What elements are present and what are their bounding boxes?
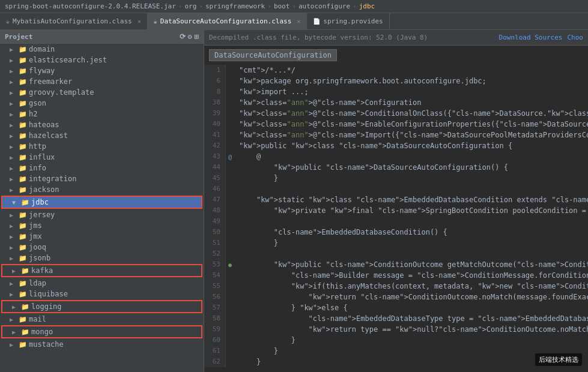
tree-container: ▶📁domain▶📁elasticsearch.jest▶📁flyway▶📁fr… [0, 44, 204, 350]
line-marker-40 [226, 119, 234, 130]
tree-arrow-h2[interactable]: ▶ [10, 111, 17, 118]
tree-arrow-ldap[interactable]: ▶ [10, 280, 17, 287]
sidebar-item-jmx[interactable]: ▶📁jmx [0, 231, 204, 242]
sidebar-item-freemarker[interactable]: ▶📁freemarker [0, 76, 204, 87]
line-marker-6 [226, 76, 234, 86]
tree-arrow-domain[interactable]: ▶ [10, 46, 17, 53]
tree-arrow-hateoas[interactable]: ▶ [10, 122, 17, 128]
breadcrumb-sep-0: › [178, 2, 183, 10]
code-line-58: 58 "cls-name">EmbeddedDatabaseType type … [204, 313, 588, 324]
breadcrumb-item-3[interactable]: boot [274, 2, 290, 10]
sidebar-item-jersey[interactable]: ▶📁jersey [0, 209, 204, 220]
tree-arrow-jackson[interactable]: ▶ [10, 187, 17, 193]
sidebar-item-elasticsearch-jest[interactable]: ▶📁elasticsearch.jest [0, 55, 204, 65]
tree-arrow-groovy-template[interactable]: ▶ [10, 89, 17, 96]
tree-arrow-elasticsearch-jest[interactable]: ▶ [10, 57, 17, 64]
tree-arrow-jooq[interactable]: ▶ [10, 244, 17, 251]
code-line-54: 54 "cls-name">Builder message = "cls-nam… [204, 270, 588, 281]
sidebar-item-jdbc[interactable]: ▼📁jdbc [2, 197, 201, 208]
tree-arrow-jsonb[interactable]: ▶ [10, 255, 17, 262]
tree-arrow-influx[interactable]: ▶ [10, 154, 17, 161]
tab-mybatis-label: MybatisAutoConfiguration.class [13, 17, 132, 25]
tree-label-kafka: kafka [31, 266, 201, 275]
breadcrumb-item-1[interactable]: org [184, 2, 196, 10]
tree-arrow-hazelcast[interactable]: ▶ [10, 133, 17, 139]
sidebar-item-mongo[interactable]: ▶📁mongo [2, 326, 201, 337]
tree-label-http: http [29, 142, 204, 151]
tree-label-domain: domain [29, 45, 204, 53]
tree-arrow-info[interactable]: ▶ [10, 165, 17, 172]
sidebar-item-groovy-template[interactable]: ▶📁groovy.template [0, 87, 204, 98]
breadcrumb-item-4[interactable]: autoconfigure [299, 2, 350, 10]
tree-arrow-integration[interactable]: ▶ [10, 176, 17, 182]
tab-datasource[interactable]: ☕ DataSourceAutoConfiguration.class ✕ [148, 13, 308, 29]
tree-arrow-logging[interactable]: ▶ [12, 304, 19, 310]
sidebar-item-domain[interactable]: ▶📁domain [0, 44, 204, 55]
sidebar-item-hazelcast[interactable]: ▶📁hazelcast [0, 130, 204, 141]
tab-mybatis[interactable]: ☕ MybatisAutoConfiguration.class ✕ [0, 13, 148, 29]
line-number-54: 54 [204, 270, 226, 281]
tree-arrow-http[interactable]: ▶ [10, 143, 17, 150]
sidebar-item-jooq[interactable]: ▶📁jooq [0, 242, 204, 253]
sidebar-item-mail[interactable]: ▶📁mail [0, 314, 204, 325]
tree-arrow-jersey[interactable]: ▶ [10, 212, 17, 218]
tree-arrow-jms[interactable]: ▶ [10, 223, 17, 229]
sidebar-item-logging[interactable]: ▶📁logging [2, 301, 201, 312]
tree-arrow-flyway[interactable]: ▶ [10, 68, 17, 74]
tree-arrow-jdbc[interactable]: ▼ [12, 199, 19, 206]
sync-icon[interactable]: ⟳ [180, 32, 186, 41]
tree-item-wrapper-influx: ▶📁influx [0, 152, 204, 163]
code-content[interactable]: 1"cmt">/*...*/6"kw">package org.springfr… [204, 65, 588, 372]
breadcrumb-item-5[interactable]: jdbc [359, 2, 375, 10]
line-marker-55 [226, 281, 234, 292]
choose-link[interactable]: Choo [568, 34, 584, 41]
breadcrumb-item-2[interactable]: springframework [205, 2, 265, 10]
tree-arrow-mongo[interactable]: ▶ [12, 329, 19, 335]
expand-icon[interactable]: ⊞ [195, 32, 199, 41]
sidebar-item-http[interactable]: ▶📁http [0, 141, 204, 152]
tree-arrow-liquibase[interactable]: ▶ [10, 291, 17, 298]
line-marker-49 [226, 216, 234, 227]
line-number-57: 57 [204, 302, 226, 313]
tab-mybatis-close[interactable]: ✕ [138, 18, 141, 25]
breadcrumb-sep-2: › [267, 2, 271, 10]
sidebar-item-ldap[interactable]: ▶📁ldap [0, 278, 204, 289]
tab-datasource-close[interactable]: ✕ [297, 18, 300, 25]
sidebar-item-liquibase[interactable]: ▶📁liquibase [0, 289, 204, 299]
tab-spring-provides[interactable]: 📄 spring.provides [307, 13, 389, 29]
breadcrumb-bar: spring-boot-autoconfigure-2.0.4.RELEASE.… [0, 0, 588, 13]
line-content-53: "kw">public "cls-name">ConditionOutcome … [234, 259, 588, 270]
tree-arrow-kafka[interactable]: ▶ [12, 268, 19, 274]
breadcrumb-item-0[interactable]: spring-boot-autoconfigure-2.0.4.RELEASE.… [5, 2, 176, 10]
tree-arrow-mustache[interactable]: ▶ [10, 341, 17, 348]
tree-arrow-gson[interactable]: ▶ [10, 100, 17, 107]
sidebar-item-gson[interactable]: ▶📁gson [0, 98, 204, 109]
sidebar-item-hateoas[interactable]: ▶📁hateoas [0, 119, 204, 130]
breadcrumb-sep-4: › [353, 2, 357, 10]
sidebar-item-jackson[interactable]: ▶📁jackson [0, 184, 204, 195]
sidebar-item-h2[interactable]: ▶📁h2 [0, 109, 204, 119]
tree-arrow-mail[interactable]: ▶ [10, 316, 17, 323]
sidebar-item-info[interactable]: ▶📁info [0, 163, 204, 173]
sidebar-item-influx[interactable]: ▶📁influx [0, 152, 204, 163]
sidebar-item-flyway[interactable]: ▶📁flyway [0, 65, 204, 76]
tree-item-wrapper-hateoas: ▶📁hateoas [0, 119, 204, 130]
code-line-49: 49 [204, 216, 588, 227]
sidebar-item-jms[interactable]: ▶📁jms [0, 220, 204, 231]
line-content-51: } [234, 238, 278, 248]
sidebar-item-jsonb[interactable]: ▶📁jsonb [0, 253, 204, 263]
tree-label-ldap: ldap [29, 279, 204, 287]
tree-arrow-freemarker[interactable]: ▶ [10, 79, 17, 85]
code-line-40: 40"kw">class="ann">@"cls-name">EnableCon… [204, 119, 588, 130]
sidebar-item-integration[interactable]: ▶📁integration [0, 173, 204, 184]
sidebar-item-kafka[interactable]: ▶📁kafka [2, 265, 201, 276]
sidebar-item-mustache[interactable]: ▶📁mustache [0, 339, 204, 350]
line-number-41: 41 [204, 130, 226, 140]
line-marker-54 [226, 270, 234, 281]
line-content-38: "kw">class="ann">@"cls-name">Configurati… [234, 97, 421, 108]
download-sources-link[interactable]: Download Sources [499, 34, 563, 41]
code-line-38: 38"kw">class="ann">@"cls-name">Configura… [204, 97, 588, 108]
gear-icon[interactable]: ⚙ [188, 32, 192, 41]
code-line-61: 61 } [204, 346, 588, 356]
tree-arrow-jmx[interactable]: ▶ [10, 233, 17, 240]
